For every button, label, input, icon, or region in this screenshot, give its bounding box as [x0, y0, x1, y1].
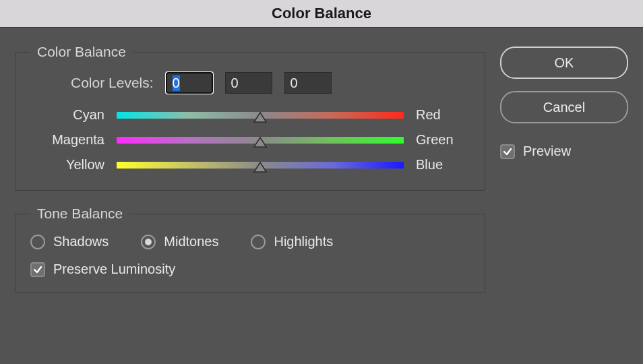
tone-balance-group: Tone Balance Shadows Midtones Highlights — [15, 206, 485, 293]
color-level-input-2[interactable] — [225, 72, 272, 94]
ok-button[interactable]: OK — [500, 47, 628, 79]
color-level-input-3[interactable] — [284, 72, 332, 94]
color-levels-label: Color Levels: — [71, 75, 154, 91]
window-title: Color Balance — [0, 0, 643, 28]
radio-highlights[interactable]: Highlights — [251, 234, 333, 249]
tone-balance-legend: Tone Balance — [30, 206, 129, 222]
svg-marker-0 — [254, 113, 266, 122]
color-balance-group: Color Balance Color Levels: Cyan Red Mag… — [15, 44, 485, 191]
radio-icon — [141, 235, 156, 249]
radio-icon — [251, 235, 266, 249]
cancel-button[interactable]: Cancel — [500, 91, 628, 123]
slider-yellow-blue[interactable] — [117, 162, 404, 169]
slider-magenta-green[interactable] — [117, 137, 404, 144]
slider-right-green: Green — [416, 132, 470, 148]
color-level-input-1[interactable] — [166, 72, 213, 94]
svg-marker-2 — [254, 162, 266, 172]
slider-left-yellow: Yellow — [30, 157, 104, 173]
slider-left-cyan: Cyan — [30, 107, 104, 123]
checkbox-icon — [500, 144, 515, 159]
radio-label: Shadows — [53, 234, 109, 249]
slider-cyan-red[interactable] — [117, 112, 404, 119]
radio-label: Midtones — [164, 234, 218, 249]
svg-marker-1 — [254, 138, 266, 147]
radio-shadows[interactable]: Shadows — [30, 234, 109, 249]
slider-right-blue: Blue — [416, 157, 470, 173]
slider-left-magenta: Magenta — [30, 132, 104, 148]
slider-right-red: Red — [416, 107, 470, 123]
checkbox-preview[interactable]: Preview — [500, 144, 628, 159]
checkbox-preserve-luminosity[interactable]: Preserve Luminosity — [30, 262, 175, 277]
radio-label: Highlights — [274, 234, 333, 249]
radio-midtones[interactable]: Midtones — [141, 234, 218, 249]
checkbox-label: Preserve Luminosity — [53, 262, 175, 277]
checkbox-label: Preview — [523, 144, 571, 159]
color-balance-legend: Color Balance — [30, 44, 133, 60]
radio-icon — [30, 235, 45, 249]
checkbox-icon — [30, 262, 45, 277]
